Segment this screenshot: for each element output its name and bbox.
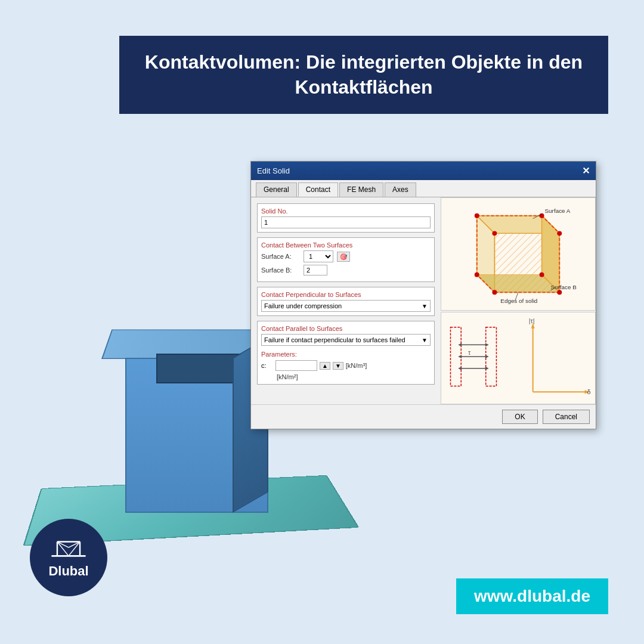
contact-parallel-label: Contact Parallel to Surfaces [261, 325, 431, 332]
ok-button[interactable]: OK [502, 410, 537, 424]
parameters-section: Parameters: c: ▲ ▼ [kN/m³] [kN/m²] [261, 351, 431, 380]
tab-femesh[interactable]: FE Mesh [339, 182, 383, 197]
surface-b-row: Surface B: [261, 265, 431, 275]
contact-perp-section: Contact Perpendicular to Surfaces Failur… [257, 287, 435, 316]
stress-diagram-svg: τ |τ| δ [441, 312, 595, 404]
svg-point-16 [557, 231, 562, 236]
website-banner: www.dlubal.de [456, 578, 608, 614]
svg-text:τ: τ [468, 349, 471, 356]
dlubal-logo: Dlubal [30, 519, 107, 596]
c-label: c: [261, 362, 273, 369]
tab-contact[interactable]: Contact [298, 182, 338, 197]
solid-diagram-svg: Surface A Surface B Edges of solid [441, 198, 595, 310]
dlubal-logo-icon [48, 536, 89, 560]
contact-perp-value: Failure under compression [264, 302, 342, 309]
solid-no-input[interactable] [261, 216, 431, 228]
surface-b-input[interactable] [304, 265, 327, 275]
svg-point-19 [540, 273, 544, 277]
cube-3d [101, 304, 268, 513]
c-spin-down[interactable]: ▼ [333, 362, 343, 370]
close-button[interactable]: ✕ [582, 165, 590, 177]
dialog-titlebar: Edit Solid ✕ [251, 162, 596, 180]
dialog-tabs: General Contact FE Mesh Axes [251, 180, 596, 197]
svg-point-14 [475, 213, 479, 218]
contact-parallel-dropdown[interactable]: Failure if contact perpendicular to surf… [261, 334, 431, 346]
solid-diagram-panel: Surface A Surface B Edges of solid [441, 197, 596, 311]
header-banner: Kontaktvolumen: Die integrierten Objekte… [119, 36, 608, 114]
param-c-row: c: ▲ ▼ [kN/m³] [261, 360, 431, 371]
dropdown-arrow2-icon: ▼ [422, 337, 428, 343]
svg-text:|τ|: |τ| [529, 317, 535, 324]
parameters-label: Parameters: [261, 351, 431, 358]
param-row2: [kN/m²] [261, 373, 431, 380]
unit1-label: [kN/m³] [346, 362, 367, 369]
svg-text:Edges of solid: Edges of solid [500, 298, 537, 304]
svg-line-53 [57, 542, 69, 548]
surface-a-row: Surface A: 1 🎯 [261, 250, 431, 262]
solid-no-section: Solid No. [257, 203, 435, 233]
stress-diagram-panel: τ |τ| δ [441, 312, 596, 404]
dialog-buttons: OK Cancel [251, 404, 596, 429]
svg-point-18 [475, 273, 479, 277]
contact-between-label: Contact Between Two Surfaces [261, 242, 431, 249]
c-spin-up[interactable]: ▲ [320, 362, 330, 370]
tab-general[interactable]: General [256, 182, 297, 197]
surface-a-select[interactable]: 1 [304, 250, 333, 262]
svg-point-20 [557, 290, 562, 295]
contact-parallel-section: Contact Parallel to Surfaces Failure if … [257, 321, 435, 385]
surface-a-label: Surface A: [261, 253, 300, 260]
cancel-button[interactable]: Cancel [543, 410, 590, 424]
header-title: Kontaktvolumen: Die integrierten Objekte… [143, 50, 584, 100]
svg-point-17 [492, 231, 497, 236]
diagram-panels: Surface A Surface B Edges of solid [441, 197, 596, 404]
contact-perp-dropdown[interactable]: Failure under compression ▼ [261, 300, 431, 312]
c-input[interactable] [275, 360, 317, 371]
svg-rect-28 [442, 312, 595, 404]
svg-line-54 [69, 542, 80, 548]
contact-parallel-value: Failure if contact perpendicular to surf… [264, 336, 405, 343]
dialog-title: Edit Solid [257, 166, 290, 175]
dialog-form: Solid No. Contact Between Two Surfaces S… [251, 197, 441, 404]
contact-perp-label: Contact Perpendicular to Surfaces [261, 291, 431, 298]
svg-point-21 [492, 290, 497, 295]
website-url: www.dlubal.de [474, 587, 590, 605]
dialog-content: Solid No. Contact Between Two Surfaces S… [251, 197, 596, 404]
unit2-label: [kN/m²] [277, 373, 298, 380]
dropdown-arrow-icon: ▼ [422, 303, 428, 309]
tab-axes[interactable]: Axes [385, 182, 416, 197]
solid-no-label: Solid No. [261, 208, 431, 215]
surface-b-label: Surface B: [261, 267, 300, 274]
edit-solid-dialog: Edit Solid ✕ General Contact FE Mesh Axe… [250, 161, 596, 429]
logo-text: Dlubal [48, 564, 88, 579]
svg-line-52 [69, 542, 80, 556]
svg-text:δ: δ [587, 388, 590, 395]
surface-a-pick-button[interactable]: 🎯 [337, 252, 350, 262]
contact-between-section: Contact Between Two Surfaces Surface A: … [257, 237, 435, 282]
svg-text:Surface A: Surface A [545, 208, 571, 214]
svg-line-51 [57, 542, 69, 556]
svg-text:Surface B: Surface B [550, 284, 577, 290]
